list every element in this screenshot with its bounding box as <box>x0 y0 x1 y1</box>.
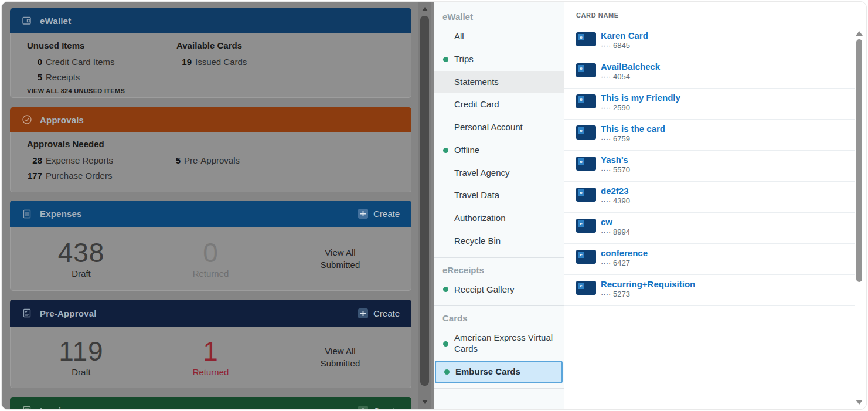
empty-list-row <box>564 306 855 337</box>
sidebar-item[interactable]: Offline <box>434 139 564 162</box>
approvals-title: Approvals <box>40 115 84 125</box>
ewallet-sidebar: eWallet All Trips Statements <box>434 2 564 409</box>
sidebar-item-label: Emburse Cards <box>455 366 520 378</box>
preapproval-view-all-submitted-link[interactable]: View All Submitted <box>275 345 405 369</box>
emburse-card-icon: e <box>576 281 596 295</box>
preapproval-card-header[interactable]: Pre-Approval Create <box>10 300 411 327</box>
invoices-create-button[interactable]: Create <box>358 406 400 410</box>
sidebar-item[interactable]: Credit Card <box>434 93 564 116</box>
sidebar-item-label: Receipt Gallery <box>454 284 515 295</box>
card-list-panel: CARD NAME e Karen Card ···· 6845 e <box>564 2 866 409</box>
emburse-card-icon: e <box>576 125 596 140</box>
approvals-needed-heading: Approvals Needed <box>27 139 399 149</box>
card-list-row[interactable]: e cw ···· 8994 <box>564 213 855 244</box>
card-last4: ···· 6759 <box>601 134 665 144</box>
unused-items-heading: Unused Items <box>27 40 176 50</box>
invoices-card-header[interactable]: Invoices Create <box>10 397 411 409</box>
sidebar-item[interactable]: Personal Account <box>434 116 564 139</box>
sidebar-item-label: Offline <box>454 145 479 156</box>
sidebar-item[interactable]: Travel Data <box>434 184 564 207</box>
ewallet-card-body: Unused Items 0 Credit Card Items 5 Recei… <box>10 33 411 98</box>
scroll-down-arrow-icon[interactable] <box>856 400 863 405</box>
sidebar-item[interactable]: Trips <box>434 48 564 71</box>
card-name-link[interactable]: Karen Card <box>601 30 648 41</box>
sidebar-section-cards: Cards American Express Virtual Cards Emb… <box>434 306 564 383</box>
card-name-link[interactable]: conference <box>601 248 648 259</box>
card-list-row[interactable]: e Recurring+Requisition ···· 5273 <box>564 275 855 306</box>
sidebar-item[interactable]: Authorization <box>434 207 564 230</box>
card-name-link[interactable]: cw <box>601 217 630 227</box>
invoices-card: Invoices Create <box>10 397 411 409</box>
ewallet-card-header[interactable]: eWallet <box>10 8 411 33</box>
expenses-view-all-submitted-link[interactable]: View All Submitted <box>275 246 405 271</box>
sidebar-item[interactable]: All <box>434 25 564 48</box>
card-last4: ···· 2590 <box>601 103 680 113</box>
sidebar-item[interactable]: Receipt Gallery <box>434 278 564 301</box>
emburse-card-icon: e <box>576 157 596 171</box>
card-list-row[interactable]: e de2f23 ···· 4390 <box>564 182 855 213</box>
expenses-create-button[interactable]: Create <box>358 209 400 219</box>
approvals-card-header[interactable]: Approvals <box>10 107 411 132</box>
sidebar-item[interactable]: Recycle Bin <box>434 230 564 253</box>
view-all-unused-items-link[interactable]: VIEW ALL 824 UNUSED ITEMS <box>27 87 176 94</box>
active-dot-icon <box>444 369 450 375</box>
active-dot-icon <box>443 341 448 347</box>
emburse-card-icon: e <box>576 250 596 264</box>
scroll-up-arrow-icon[interactable] <box>856 31 863 36</box>
card-name-link[interactable]: This is the card <box>601 124 665 134</box>
ereceipts-nav-list: Receipt Gallery <box>434 278 564 301</box>
expenses-card-body: 438 Draft 0 Returned View All Submitted <box>10 227 411 291</box>
card-list-row[interactable]: e conference ···· 6427 <box>564 244 855 275</box>
card-list-row[interactable]: e This is the card ···· 6759 <box>564 120 855 151</box>
active-dot-icon <box>443 148 448 153</box>
card-name-link[interactable]: This is my Friendly <box>601 93 680 103</box>
active-dot-icon <box>443 287 448 292</box>
card-list-scrollbar-thumb[interactable] <box>856 39 862 282</box>
card-list-row[interactable]: e AvailBalcheck ···· 4054 <box>564 57 855 89</box>
dashboard-pane-dimmed: eWallet Unused Items 0 Credit Card Items… <box>2 2 434 409</box>
card-list-row[interactable]: e Yash's ···· 5570 <box>564 151 855 182</box>
scroll-up-arrow-icon[interactable] <box>422 7 428 11</box>
scroll-down-arrow-icon[interactable] <box>422 400 428 404</box>
sidebar-item-label: Travel Data <box>454 190 499 201</box>
card-name-link[interactable]: AvailBalcheck <box>601 62 660 72</box>
emburse-card-icon: e <box>576 63 596 77</box>
dashboard-scrollbar[interactable] <box>418 2 431 409</box>
card-name-column-header: CARD NAME <box>564 2 866 19</box>
sidebar-item[interactable]: American Express Virtual Cards <box>434 327 564 361</box>
card-last4: ···· 5273 <box>601 290 695 299</box>
expenses-title: Expenses <box>40 209 82 219</box>
emburse-card-icon: e <box>576 188 596 202</box>
pre-approvals-stat: 5 Pre-Approvals <box>173 153 399 168</box>
expenses-returned-count[interactable]: 0 Returned <box>146 239 275 278</box>
plus-icon <box>358 308 368 318</box>
expenses-draft-count[interactable]: 438 Draft <box>16 239 146 278</box>
plus-icon <box>358 406 368 410</box>
card-list-row[interactable]: e Karen Card ···· 6845 <box>564 26 855 57</box>
preapproval-draft-count[interactable]: 119 Draft <box>16 337 146 376</box>
card-list-scrollbar[interactable] <box>855 29 863 406</box>
issued-cards-stat: 19 Issued Cards <box>176 55 247 70</box>
preapproval-returned-count[interactable]: 1 Returned <box>146 337 275 376</box>
card-name-link[interactable]: de2f23 <box>601 186 630 196</box>
sidebar-item[interactable]: Statements <box>434 71 564 94</box>
wallet-icon <box>22 15 32 26</box>
card-name-link[interactable]: Yash's <box>601 155 630 165</box>
expenses-card: Expenses Create 438 Draft 0 <box>10 201 411 291</box>
card-last4: ···· 6427 <box>601 259 648 268</box>
sidebar-item-label: Trips <box>454 54 474 65</box>
expense-reports-stat: 28 Expense Reports <box>27 153 173 168</box>
plus-icon <box>358 209 368 219</box>
dashboard-scrollbar-thumb[interactable] <box>420 16 429 386</box>
sidebar-section-ewallet: eWallet All Trips Statements <box>434 2 564 253</box>
card-list-row[interactable]: e This is my Friendly ···· 2590 <box>564 89 855 120</box>
sidebar-item[interactable]: Travel Agency <box>434 162 564 185</box>
invoices-title: Invoices <box>40 406 76 410</box>
sidebar-item[interactable]: Emburse Cards <box>435 361 563 383</box>
expenses-card-header[interactable]: Expenses Create <box>10 201 411 227</box>
active-dot-icon <box>443 34 448 39</box>
preapproval-create-button[interactable]: Create <box>358 308 400 318</box>
ewallet-title: eWallet <box>40 16 71 26</box>
active-dot-icon <box>443 102 448 107</box>
card-name-link[interactable]: Recurring+Requisition <box>601 279 695 290</box>
